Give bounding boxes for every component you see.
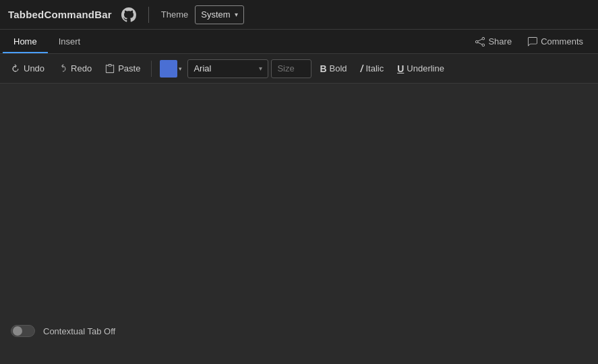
paste-icon — [105, 64, 115, 73]
main-content: Contextual Tab Off — [0, 84, 598, 364]
size-input[interactable] — [271, 59, 311, 78]
redo-icon — [58, 64, 67, 73]
tab-home[interactable]: Home — [3, 30, 48, 53]
underline-icon: U — [397, 63, 404, 74]
color-chevron-icon: ▾ — [179, 65, 182, 72]
ribbon: Undo Redo Paste ▾ Arial ▾ B Bold / Itali… — [0, 54, 598, 84]
underline-button[interactable]: U Underline — [392, 61, 450, 77]
tab-insert[interactable]: Insert — [48, 30, 92, 53]
bold-icon: B — [320, 63, 326, 74]
bold-label: Bold — [330, 63, 347, 73]
color-picker-button[interactable]: ▾ — [157, 58, 185, 80]
italic-label: Italic — [365, 63, 384, 73]
theme-value: System — [201, 9, 230, 20]
italic-button[interactable]: / Italic — [355, 61, 390, 77]
comments-icon — [528, 37, 537, 47]
tab-right-actions: Share Comments — [469, 34, 595, 49]
github-icon — [121, 7, 136, 22]
contextual-tab-label: Contextual Tab Off — [43, 326, 115, 336]
contextual-tab-toggle-area: Contextual Tab Off — [11, 325, 115, 337]
font-chevron-icon: ▾ — [259, 65, 262, 72]
bold-button[interactable]: B Bold — [314, 61, 352, 77]
paste-button[interactable]: Paste — [100, 61, 146, 76]
share-label: Share — [488, 36, 512, 47]
undo-button[interactable]: Undo — [5, 61, 50, 76]
color-swatch — [160, 60, 177, 78]
theme-dropdown[interactable]: System ▾ — [195, 5, 243, 24]
ribbon-separator-1 — [151, 61, 152, 77]
theme-label: Theme — [161, 9, 188, 20]
underline-label: Underline — [407, 63, 444, 73]
undo-icon — [11, 64, 20, 73]
redo-label: Redo — [71, 63, 92, 73]
paste-label: Paste — [118, 63, 140, 73]
contextual-tab-toggle[interactable] — [11, 325, 35, 337]
font-value: Arial — [193, 63, 211, 73]
italic-icon: / — [361, 63, 363, 74]
title-bar: TabbedCommandBar Theme System ▾ — [0, 0, 598, 30]
tab-bar: Home Insert Share Comments — [0, 30, 598, 54]
title-separator — [148, 7, 149, 23]
toggle-knob — [13, 326, 22, 336]
share-icon — [475, 37, 485, 47]
font-dropdown[interactable]: Arial ▾ — [187, 59, 268, 78]
share-button[interactable]: Share — [469, 34, 518, 49]
comments-label: Comments — [541, 36, 583, 47]
redo-button[interactable]: Redo — [53, 61, 97, 76]
chevron-down-icon: ▾ — [235, 11, 238, 18]
comments-button[interactable]: Comments — [521, 34, 590, 49]
undo-label: Undo — [24, 63, 44, 73]
app-title: TabbedCommandBar — [8, 9, 112, 20]
